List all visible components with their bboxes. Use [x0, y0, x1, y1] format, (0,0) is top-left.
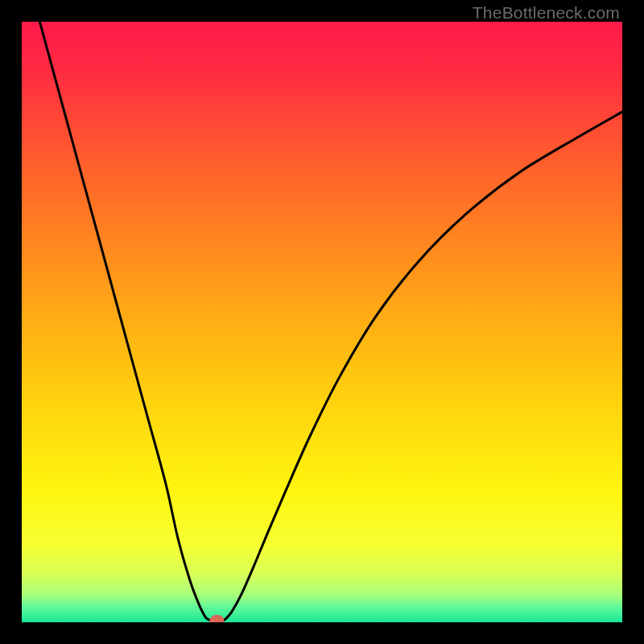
left-branch-line	[39, 22, 211, 621]
plot-area	[22, 22, 622, 622]
watermark-text: TheBottleneck.com	[473, 3, 620, 23]
optimum-marker	[209, 615, 224, 622]
curve-layer	[22, 22, 622, 622]
right-branch-line	[223, 112, 622, 621]
chart-frame: TheBottleneck.com	[0, 0, 644, 644]
